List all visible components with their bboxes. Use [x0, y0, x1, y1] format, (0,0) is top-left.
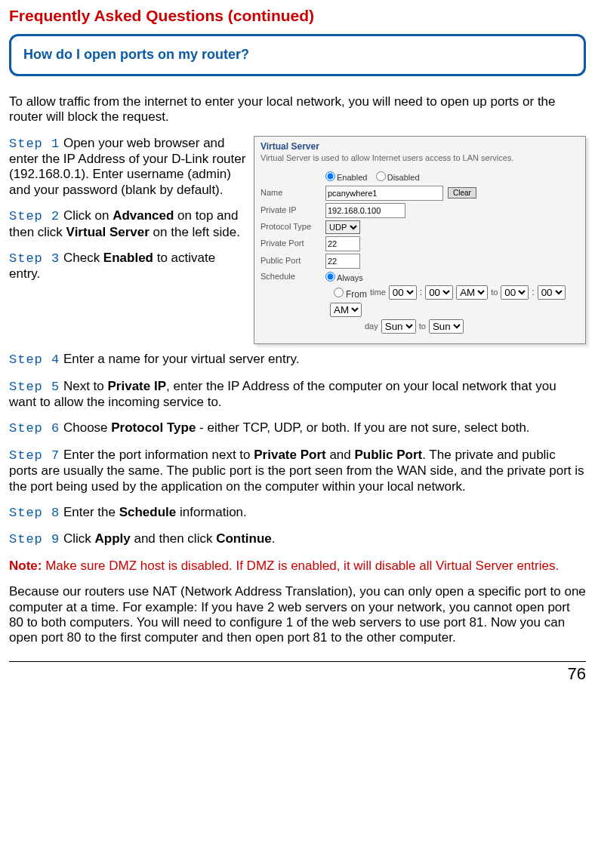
enabled-radio[interactable]: [325, 171, 335, 181]
enabled-text: Enabled: [337, 173, 367, 182]
step-6: Step 6 Choose Protocol Type - either TCP…: [9, 420, 586, 436]
step-9-b1: Apply: [95, 531, 131, 546]
from-radio[interactable]: [334, 288, 344, 297]
to-min-select[interactable]: 00: [538, 285, 566, 300]
disabled-text: Disabled: [387, 173, 420, 182]
step-5-b1: Private IP: [108, 379, 167, 393]
from-radio-label[interactable]: From: [330, 285, 367, 300]
from-ampm-select[interactable]: AM: [456, 285, 488, 300]
step-8-b1: Schedule: [119, 505, 177, 519]
public-port-label: Public Port: [261, 256, 321, 266]
private-ip-label: Private IP: [261, 205, 321, 215]
step-9-label: Step 9: [9, 532, 60, 546]
step-4: Step 4 Enter a name for your virtual ser…: [9, 352, 586, 368]
page-number: 76: [9, 661, 586, 684]
step-9-t1: Click: [60, 531, 94, 546]
enabled-radio-label[interactable]: Enabled: [325, 173, 367, 182]
to-label-1: to: [491, 288, 498, 297]
private-port-input[interactable]: [325, 236, 360, 251]
day-label: day: [365, 322, 378, 331]
to-label-2: to: [419, 322, 426, 331]
schedule-label: Schedule: [261, 272, 321, 282]
faq-question-text: How do I open ports on my router?: [23, 47, 249, 62]
step-9-t2: and then click: [131, 531, 216, 546]
page-title: Frequently Asked Questions (continued): [9, 6, 586, 25]
always-radio[interactable]: [325, 272, 335, 282]
faq-question-box: How do I open ports on my router?: [9, 34, 586, 76]
step-4-label: Step 4: [9, 352, 60, 367]
step-3-b1: Enabled: [103, 251, 153, 265]
time-label: time: [370, 288, 386, 297]
step-9-b2: Continue: [216, 531, 272, 546]
intro-paragraph: To allow traffic from the internet to en…: [9, 94, 586, 125]
step-6-b1: Protocol Type: [111, 420, 196, 435]
vs-private-port-row: Private Port: [261, 236, 579, 251]
vs-public-port-row: Public Port: [261, 254, 579, 269]
step-6-t1: Choose: [60, 420, 111, 435]
always-radio-label[interactable]: Always: [325, 273, 363, 282]
note-body: Make sure DMZ host is disabled. If DMZ i…: [42, 559, 559, 573]
name-label: Name: [261, 188, 321, 198]
step-2-t3: on the left side.: [150, 225, 240, 239]
disabled-radio-label[interactable]: Disabled: [376, 173, 420, 182]
closing-paragraph: Because our routers use NAT (Network Add…: [9, 584, 586, 646]
vs-protocol-row: Protocol Type UDP: [261, 220, 579, 234]
protocol-select[interactable]: UDP: [325, 220, 360, 234]
step-9: Step 9 Click Apply and then click Contin…: [9, 531, 586, 547]
note-label: Note:: [9, 559, 42, 573]
private-ip-input[interactable]: [325, 203, 405, 218]
step-2-b1: Advanced: [113, 208, 174, 223]
protocol-label: Protocol Type: [261, 222, 321, 232]
step-6-t2: - either TCP, UDP, or both. If you are n…: [196, 420, 529, 435]
to-day-select[interactable]: Sun: [429, 319, 464, 334]
step-4-t1: Enter a name for your virtual server ent…: [60, 352, 299, 366]
to-hour-select[interactable]: 00: [501, 285, 529, 300]
step-8: Step 8 Enter the Schedule information.: [9, 505, 586, 521]
step-7-b1: Private Port: [254, 448, 325, 462]
step-5-t1: Next to: [60, 379, 107, 393]
step-8-t2: information.: [176, 505, 247, 519]
step-3-t1: Check: [60, 251, 103, 265]
step-9-t3: .: [272, 531, 276, 546]
step-7-t1: Enter the port information next to: [60, 448, 254, 462]
from-text: From: [346, 289, 367, 300]
from-min-select[interactable]: 00: [425, 285, 453, 300]
step-2-label: Step 2: [9, 209, 60, 223]
step-7-t2: and: [326, 448, 355, 462]
vs-name-row: Name Clear: [261, 186, 579, 201]
public-port-input[interactable]: [325, 254, 360, 269]
clear-button[interactable]: Clear: [448, 187, 476, 199]
to-ampm-select[interactable]: AM: [330, 303, 362, 317]
vs-subtitle: Virtual Server is used to allow Internet…: [261, 153, 579, 163]
step-7-b2: Public Port: [355, 448, 423, 462]
step-2-b2: Virtual Server: [66, 225, 150, 239]
step-8-t1: Enter the: [60, 505, 119, 519]
vs-enabled-row: Enabled Disabled: [261, 171, 579, 183]
step-7-label: Step 7: [9, 448, 60, 463]
step-7: Step 7 Enter the port information next t…: [9, 448, 586, 494]
step-8-label: Step 8: [9, 506, 60, 520]
step-5-label: Step 5: [9, 380, 60, 394]
vs-title: Virtual Server: [261, 141, 579, 152]
vs-schedule-from: From time 00 : 00 AM to 00 : 00 AM day S…: [261, 285, 579, 334]
from-day-select[interactable]: Sun: [381, 319, 416, 334]
name-input[interactable]: [325, 186, 443, 201]
vs-private-ip-row: Private IP: [261, 203, 579, 218]
virtual-server-screenshot: Virtual Server Virtual Server is used to…: [254, 136, 586, 345]
always-text: Always: [337, 273, 363, 282]
disabled-radio[interactable]: [376, 171, 386, 181]
note-paragraph: Note: Make sure DMZ host is disabled. If…: [9, 559, 586, 574]
step-6-label: Step 6: [9, 421, 60, 436]
virtual-server-panel: Virtual Server Virtual Server is used to…: [254, 136, 586, 345]
step-1-label: Step 1: [9, 137, 60, 151]
vs-schedule-row: Schedule Always: [261, 271, 579, 283]
step-3-label: Step 3: [9, 251, 60, 266]
step-2-t1: Click on: [60, 208, 113, 223]
from-hour-select[interactable]: 00: [389, 285, 417, 300]
step-5: Step 5 Next to Private IP, enter the IP …: [9, 379, 586, 411]
private-port-label: Private Port: [261, 239, 321, 248]
